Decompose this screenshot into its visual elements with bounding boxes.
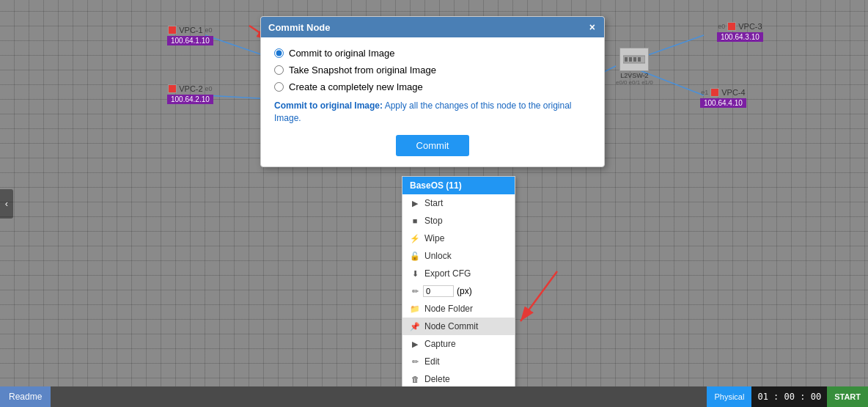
radio-label-3: Create a completely new Image: [289, 81, 423, 92]
menu-label-start: Start: [424, 198, 443, 208]
vpc1-ip: 100.64.1.10: [167, 36, 213, 45]
menu-item-stop[interactable]: ■ Stop: [402, 212, 515, 230]
start-button[interactable]: START: [827, 386, 868, 407]
node-vpc4[interactable]: e1 VPC-4 100.64.4.10: [700, 88, 746, 108]
vpc4-icon: [710, 88, 719, 97]
menu-label-unlock: Unlock: [424, 251, 452, 261]
readme-button[interactable]: Readme: [0, 386, 51, 407]
dialog-close-button[interactable]: ×: [588, 21, 597, 33]
export-icon: ⬇: [410, 269, 420, 279]
menu-item-capture[interactable]: ▶ Capture: [402, 335, 515, 353]
folder-icon: 📁: [410, 304, 420, 314]
context-menu-header: BaseOS (11): [402, 177, 515, 194]
dialog-body: Commit to original Image Take Snapshot f…: [261, 37, 604, 166]
vpc4-ip: 100.64.4.10: [700, 98, 746, 108]
unlock-icon: 🔓: [410, 252, 420, 261]
svg-rect-7: [625, 57, 628, 62]
menu-label-edit: Edit: [424, 356, 440, 367]
dialog-titlebar: Commit Node ×: [261, 17, 604, 37]
radio-option-2[interactable]: Take Snapshot from original Image: [274, 65, 591, 76]
node-vpc2[interactable]: VPC-2 e0 100.64.2.10: [167, 84, 213, 104]
stop-icon: ■: [410, 216, 420, 225]
menu-label-export: Export CFG: [424, 268, 471, 279]
node-vpc3[interactable]: e0 VPC-3 100.64.3.10: [717, 22, 763, 42]
timer-display: 01 : 00 : 00: [751, 386, 827, 407]
menu-label-stop: Stop: [424, 216, 443, 226]
capture-icon: ▶: [410, 340, 420, 349]
bottom-bar: Readme Physical 01 : 00 : 00 START: [0, 386, 868, 407]
info-text: Commit to original Image: Apply all the …: [274, 100, 591, 125]
menu-item-export[interactable]: ⬇ Export CFG: [402, 265, 515, 282]
commit-icon: 📌: [410, 322, 420, 331]
resize-icon: ✏: [410, 287, 420, 296]
vpc4-label: VPC-4: [721, 88, 745, 97]
node-vpc1[interactable]: VPC-1 e0 100.64.1.10: [167, 26, 213, 45]
vpc3-icon: [727, 22, 736, 31]
menu-item-edit[interactable]: ✏ Edit: [402, 353, 515, 370]
commit-button[interactable]: Commit: [396, 135, 470, 156]
info-bold: Commit to original Image:: [274, 100, 383, 111]
menu-label-delete: Delete: [424, 374, 450, 384]
svg-rect-10: [638, 57, 641, 62]
commit-dialog: Commit Node × Commit to original Image T…: [260, 16, 605, 167]
px-unit: (px): [457, 286, 472, 296]
menu-item-folder[interactable]: 📁 Node Folder: [402, 300, 515, 318]
physical-button[interactable]: Physical: [707, 386, 751, 407]
radio-label-2: Take Snapshot from original Image: [289, 65, 436, 76]
sidebar-toggle-icon: ‹: [5, 198, 8, 209]
menu-label-capture: Capture: [424, 339, 456, 349]
vpc2-icon: [168, 84, 177, 93]
menu-item-start[interactable]: ▶ Start: [402, 194, 515, 212]
start-icon: ▶: [410, 199, 420, 208]
l2vsw-label: L2VSW-2: [620, 72, 648, 79]
radio-new-image[interactable]: [274, 82, 284, 92]
vpc1-label: VPC-1: [179, 26, 202, 34]
l2vsw-icon: [619, 48, 649, 71]
svg-rect-9: [633, 57, 636, 62]
l2vsw-device[interactable]: L2VSW-2 e0/0e0/1e1/0: [616, 48, 653, 86]
menu-item-wipe[interactable]: ⚡ Wipe: [402, 230, 515, 247]
vpc1-icon: [168, 26, 177, 34]
context-menu: BaseOS (11) ▶ Start ■ Stop ⚡ Wipe 🔓 Unlo…: [402, 176, 515, 389]
vpc2-ip: 100.64.2.10: [167, 95, 213, 104]
vpc2-label: VPC-2: [179, 84, 202, 93]
radio-option-1[interactable]: Commit to original Image: [274, 48, 591, 59]
dialog-title: Commit Node: [268, 22, 331, 33]
radio-snapshot[interactable]: [274, 65, 284, 75]
vpc3-ip: 100.64.3.10: [717, 32, 763, 42]
menu-label-wipe: Wipe: [424, 233, 444, 243]
delete-icon: 🗑: [410, 375, 420, 384]
px-input[interactable]: [423, 285, 454, 297]
px-row: ✏ (px): [402, 282, 515, 300]
edit-icon: ✏: [410, 357, 420, 367]
radio-option-3[interactable]: Create a completely new Image: [274, 81, 591, 92]
menu-item-delete[interactable]: 🗑 Delete: [402, 370, 515, 388]
menu-item-unlock[interactable]: 🔓 Unlock: [402, 247, 515, 265]
menu-label-folder: Node Folder: [424, 304, 473, 314]
menu-label-commit: Node Commit: [424, 321, 478, 331]
radio-label-1: Commit to original Image: [289, 48, 395, 59]
menu-item-commit[interactable]: 📌 Node Commit: [402, 318, 515, 335]
svg-rect-8: [629, 57, 632, 62]
wipe-icon: ⚡: [410, 234, 420, 243]
vpc3-label: VPC-3: [738, 22, 762, 31]
sidebar-toggle[interactable]: ‹: [0, 189, 13, 219]
radio-commit-original[interactable]: [274, 48, 284, 58]
